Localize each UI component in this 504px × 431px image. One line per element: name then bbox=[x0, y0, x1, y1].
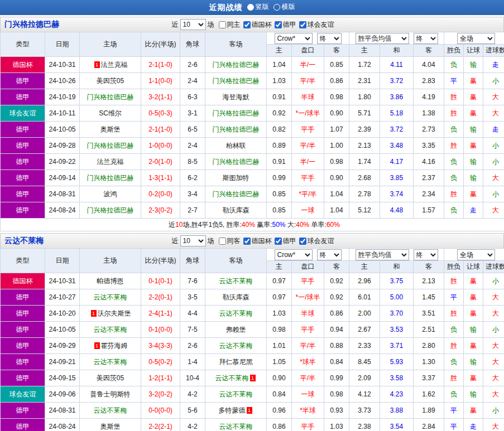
team-name[interactable]: 霍芬海姆 bbox=[101, 342, 128, 350]
corner-cell: 7-6 bbox=[180, 273, 205, 289]
match-count-select[interactable]: 10 bbox=[180, 235, 206, 246]
checkbox-德国杯[interactable] bbox=[243, 21, 251, 28]
home-win-odds: 8.45 bbox=[349, 354, 380, 370]
radio-icon[interactable] bbox=[247, 4, 254, 11]
europe-final-select[interactable]: 终 bbox=[414, 33, 438, 44]
handicap-line: 半/一 bbox=[292, 154, 324, 170]
team-name[interactable]: 门兴格拉德巴赫 bbox=[87, 206, 134, 214]
match-count-select[interactable]: 10 bbox=[180, 19, 206, 30]
team-name[interactable]: 斯图加特 bbox=[223, 174, 249, 182]
team-name[interactable]: 勒沃库森 bbox=[223, 206, 249, 214]
score-cell: 3-2(1-1) bbox=[141, 89, 180, 105]
team-name[interactable]: 海登海默 bbox=[223, 93, 249, 101]
team-name[interactable]: 门兴格拉德巴赫 bbox=[213, 109, 260, 117]
result-scope-select[interactable]: 全场 bbox=[457, 249, 495, 260]
team-name[interactable]: 波鸿 bbox=[104, 190, 117, 198]
team-name[interactable]: 门兴格拉德巴赫 bbox=[87, 93, 134, 101]
team-name[interactable]: 普鲁士明斯特 bbox=[90, 390, 131, 398]
team-name[interactable]: 帕德博恩 bbox=[97, 277, 124, 285]
odds-final-select[interactable]: 终 bbox=[317, 33, 342, 44]
odds-final-select[interactable]: 终 bbox=[317, 249, 342, 260]
europe-final-select[interactable]: 终 bbox=[414, 249, 438, 260]
team-name[interactable]: 云达不莱梅 bbox=[219, 423, 253, 430]
checkbox-德甲[interactable] bbox=[275, 238, 282, 245]
summary-segment: 50% bbox=[272, 221, 286, 229]
team-name[interactable]: 门兴格拉德巴赫 bbox=[213, 125, 260, 133]
team-name[interactable]: 柏林联 bbox=[226, 142, 246, 149]
team-name[interactable]: 沃尔夫斯堡 bbox=[98, 309, 131, 317]
europe-source-select[interactable]: 胜平负均值 bbox=[356, 33, 409, 44]
team-name[interactable]: 拜仁慕尼黑 bbox=[219, 358, 253, 366]
goals-result-cell: 大 bbox=[483, 386, 504, 403]
filter-checkbox-德国杯[interactable]: 德国杯 bbox=[243, 20, 272, 30]
checkbox-德甲[interactable] bbox=[275, 21, 282, 28]
team-name[interactable]: 云达不莱梅 bbox=[219, 277, 253, 285]
column-header: 客场 bbox=[205, 32, 267, 57]
team-name[interactable]: 奥斯堡 bbox=[100, 423, 121, 430]
team-name[interactable]: 多特蒙德 bbox=[219, 406, 246, 414]
filter-checkbox-德国杯[interactable]: 德国杯 bbox=[243, 236, 272, 246]
team-name[interactable]: 云达不莱梅 bbox=[94, 293, 127, 301]
team-name[interactable]: 云达不莱梅 bbox=[219, 390, 253, 398]
checkbox-同主[interactable] bbox=[219, 21, 226, 28]
home-team-cell: 普鲁士明斯特 bbox=[80, 386, 141, 403]
checkbox-德国杯[interactable] bbox=[243, 238, 251, 245]
match-row: 德国杯24-10-31帕德博恩0-1(0-1)7-6云达不莱梅0.97平手0.9… bbox=[1, 273, 504, 289]
team-name[interactable]: 美因茨05 bbox=[97, 77, 124, 85]
team-name[interactable]: 门兴格拉德巴赫 bbox=[213, 61, 260, 69]
filter-checkbox-同主[interactable]: 同主 bbox=[219, 20, 241, 30]
draw-odds: 4.11 bbox=[380, 57, 414, 73]
team-name[interactable]: 云达不莱梅 bbox=[94, 406, 127, 414]
home-win-odds: 2.13 bbox=[349, 138, 380, 154]
team-name[interactable]: 勒沃库森 bbox=[223, 293, 249, 301]
team-name[interactable]: 云达不莱梅 bbox=[215, 374, 249, 382]
team-name[interactable]: 门兴格拉德巴赫 bbox=[87, 142, 134, 149]
handicap-result-cell: 赢 bbox=[464, 273, 483, 289]
team-name[interactable]: 云达不莱梅 bbox=[219, 342, 253, 350]
odds-source-select[interactable]: Crow* bbox=[275, 249, 313, 260]
draw-odds: 5.93 bbox=[380, 354, 414, 370]
radio-icon[interactable] bbox=[273, 4, 280, 11]
team-name[interactable]: 云达不莱梅 bbox=[94, 358, 127, 366]
team-name[interactable]: 门兴格拉德巴赫 bbox=[213, 190, 260, 198]
layout-radio-竖版[interactable]: 竖版 bbox=[247, 2, 269, 12]
filter-checkbox-球会友谊[interactable]: 球会友谊 bbox=[299, 236, 334, 246]
handicap-line: 一球 bbox=[292, 386, 324, 403]
league-type-badge: 德甲 bbox=[1, 138, 45, 154]
checkbox-球会友谊[interactable] bbox=[299, 238, 306, 245]
team-name[interactable]: 门兴格拉德巴赫 bbox=[87, 174, 134, 182]
team-name[interactable]: 门兴格拉德巴赫 bbox=[213, 158, 260, 166]
away-win-odds: 2.83 bbox=[414, 73, 444, 89]
checkbox-球会友谊[interactable] bbox=[299, 21, 306, 28]
team-name[interactable]: 美因茨05 bbox=[97, 374, 124, 382]
league-type-badge: 德甲 bbox=[1, 186, 45, 202]
team-name[interactable]: 门兴格拉德巴赫 bbox=[213, 77, 260, 85]
team-name[interactable]: 云达不莱梅 bbox=[94, 326, 127, 333]
team-name[interactable]: 法兰克福 bbox=[101, 61, 128, 69]
team-name[interactable]: 法兰克福 bbox=[97, 158, 124, 166]
team-name[interactable]: 云达不莱梅 bbox=[219, 309, 253, 317]
result-cell: 负 bbox=[444, 57, 464, 73]
result-cell: 胜 bbox=[444, 273, 464, 289]
goals-result-cell: 大 bbox=[483, 338, 504, 354]
away-team-cell: 云达不莱梅 bbox=[205, 386, 267, 403]
corner-cell: 3-4 bbox=[180, 186, 205, 202]
filter-checkbox-德甲[interactable]: 德甲 bbox=[275, 236, 296, 246]
asian-away-odds: 0.98 bbox=[324, 154, 349, 170]
away-win-odds: 2.37 bbox=[414, 170, 444, 186]
team-name[interactable]: 弗赖堡 bbox=[226, 326, 246, 333]
away-team-cell: 柏林联 bbox=[205, 138, 267, 154]
away-team-cell: 门兴格拉德巴赫 bbox=[205, 186, 267, 202]
filter-checkbox-球会友谊[interactable]: 球会友谊 bbox=[299, 20, 334, 30]
league-type-badge: 德甲 bbox=[1, 370, 45, 386]
filter-checkbox-同客[interactable]: 同客 bbox=[219, 236, 241, 246]
goals-result-cell: 小 bbox=[483, 73, 504, 89]
result-scope-select[interactable]: 全场 bbox=[457, 33, 495, 44]
layout-radio-横版[interactable]: 横版 bbox=[273, 2, 295, 12]
team-name[interactable]: SC维尔 bbox=[99, 109, 122, 117]
checkbox-同客[interactable] bbox=[219, 238, 226, 245]
europe-source-select[interactable]: 胜平负均值 bbox=[356, 249, 409, 260]
filter-checkbox-德甲[interactable]: 德甲 bbox=[275, 20, 296, 30]
odds-source-select[interactable]: Crow* bbox=[275, 33, 313, 44]
team-name[interactable]: 奥斯堡 bbox=[100, 125, 121, 133]
